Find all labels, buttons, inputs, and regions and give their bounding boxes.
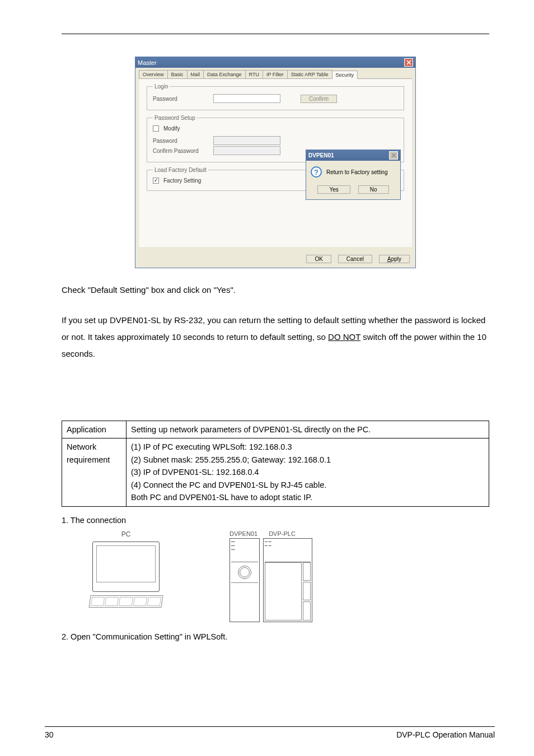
popup-title: DVPEN01 — [308, 152, 334, 158]
tab-ip-filter[interactable]: IP Filter — [263, 70, 288, 78]
net-item-4: (4) Connect the PC and DVPEN01-SL by RJ-… — [131, 479, 484, 491]
page-footer: 30 DVP-PLC Operation Manual — [45, 726, 495, 739]
login-legend: Login — [153, 83, 170, 90]
table-app-header: Application — [62, 421, 127, 438]
page-top-rule — [62, 34, 489, 34]
plc-icon: ▪▪▪▪▪▪▪▪▪▪▪▪ ▪▪▪ ▪▪▪▪▪▪ ▪▪▪ — [229, 538, 312, 622]
confirm-password-input[interactable] — [213, 146, 280, 155]
net-item-5: Both PC and DVPEN01-SL have to adopt sta… — [131, 491, 484, 503]
factory-legend: Load Factory Default — [153, 167, 208, 173]
popup-yes-button[interactable]: Yes — [317, 185, 350, 194]
net-item-3: (3) IP of DVPEN01-SL: 192.168.0.4 — [131, 466, 484, 478]
close-icon[interactable] — [404, 58, 413, 67]
factory-setting-checkbox[interactable]: ✓ — [153, 178, 159, 184]
page-number: 30 — [45, 730, 54, 739]
confirm-password-label: Confirm Password — [153, 148, 209, 154]
dvp-plc-label: DVP-PLC — [269, 530, 296, 537]
table-net-value: (1) IP of PC executing WPLSoft: 192.168.… — [127, 438, 489, 506]
tab-data-exchange[interactable]: Data Exchange — [203, 70, 246, 78]
net-item-1: (1) IP of PC executing WPLSoft: 192.168.… — [131, 441, 484, 453]
tab-security[interactable]: Security — [332, 71, 358, 79]
pc-label: PC — [121, 530, 131, 538]
connection-figure: PC DVPEN01 DVP-PLC ▪▪▪▪▪▪▪▪▪▪▪▪ — [90, 530, 489, 622]
para-donot: DO NOT — [328, 332, 360, 342]
modify-label: Modify — [163, 125, 180, 132]
popup-close-icon[interactable] — [389, 151, 398, 160]
login-password-input[interactable] — [213, 94, 280, 103]
footer-title: DVP-PLC Operation Manual — [396, 730, 495, 739]
dialog-titlebar[interactable]: Master — [135, 57, 415, 68]
cancel-button[interactable]: Cancel — [338, 255, 372, 263]
question-icon: ? — [311, 166, 322, 178]
step-2: 2. Open "Communication Setting" in WPLSo… — [62, 632, 489, 641]
net-item-2: (2) Subnet mask: 255.255.255.0; Gateway:… — [131, 454, 484, 466]
popup-message: Return to Factory setting — [326, 169, 388, 175]
setup-password-label: Password — [153, 138, 209, 144]
table-net-header: Network requirement — [62, 438, 127, 506]
login-password-label: Password — [153, 96, 209, 102]
dvpen01-label: DVPEN01 — [229, 530, 257, 537]
confirm-popup: DVPEN01 ? Return to Factory setting Yes … — [306, 150, 401, 200]
setup-password-input[interactable] — [213, 136, 280, 145]
tab-static-arp[interactable]: Static ARP Table — [287, 70, 332, 78]
caption-check: Check "Default Setting" box and click on… — [62, 282, 489, 298]
keyboard-icon — [88, 595, 163, 608]
info-table: Application Setting up network parameter… — [62, 421, 489, 507]
ok-button[interactable]: OK — [306, 255, 331, 263]
factory-setting-label: Factory Setting — [163, 178, 201, 184]
dialog-title: Master — [138, 59, 157, 66]
pc-icon — [92, 542, 160, 592]
tab-rtu[interactable]: RTU — [245, 70, 263, 78]
tab-overview[interactable]: Overview — [139, 70, 168, 78]
password-setup-legend: Password Setup — [153, 115, 197, 121]
table-app-value: Setting up network parameters of DVPEN01… — [127, 421, 489, 438]
login-group: Login Password Confirm — [147, 83, 404, 110]
tab-strip: Overview Basic Mail Data Exchange RTU IP… — [139, 70, 412, 79]
modify-checkbox[interactable] — [153, 125, 159, 132]
paragraph-note: If you set up DVPEN01-SL by RS-232, you … — [62, 312, 489, 362]
apply-button[interactable]: Apply — [379, 255, 410, 263]
popup-no-button[interactable]: No — [358, 185, 389, 194]
tab-mail[interactable]: Mail — [187, 70, 204, 78]
tab-basic[interactable]: Basic — [167, 70, 188, 78]
login-confirm-button[interactable]: Confirm — [301, 95, 337, 103]
step-1: 1. The connection — [62, 516, 489, 525]
